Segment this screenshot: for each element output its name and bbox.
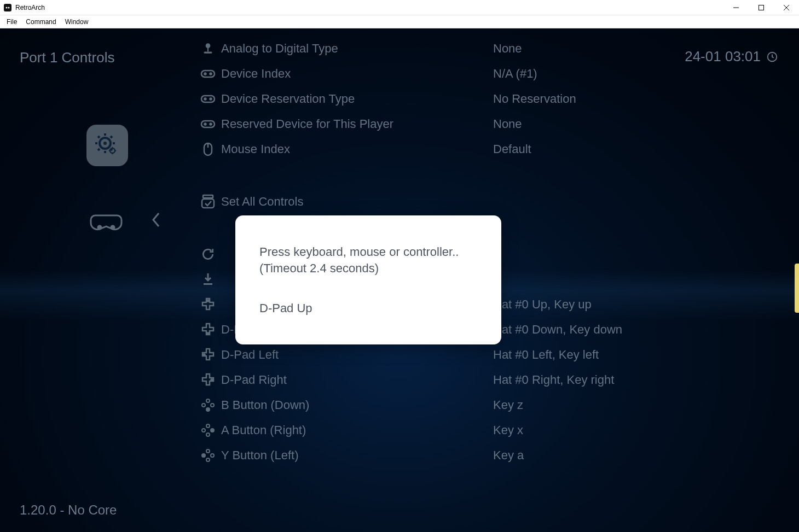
svg-point-36 xyxy=(210,124,212,125)
svg-rect-4 xyxy=(759,5,764,10)
svg-rect-40 xyxy=(202,199,214,208)
svg-line-16 xyxy=(98,149,100,150)
row-label: A Button (Right) xyxy=(221,423,306,437)
row-value: Hat #0 Down, Key down xyxy=(493,323,622,337)
row-value: None xyxy=(493,42,522,56)
svg-rect-34 xyxy=(201,121,215,127)
settings-tile-icon xyxy=(86,125,128,166)
dpad-right-icon xyxy=(195,373,221,387)
svg-point-50 xyxy=(206,424,210,428)
gamepad-icon xyxy=(195,93,221,104)
row-value: Hat #0 Left, Key left xyxy=(493,348,599,362)
row-device-reservation[interactable]: Device Reservation Type No Reservation xyxy=(195,86,788,112)
face-button-left-icon xyxy=(195,448,221,463)
window-maximize-button[interactable] xyxy=(749,0,774,15)
menu-command[interactable]: Command xyxy=(21,17,60,27)
svg-point-52 xyxy=(211,429,214,432)
row-label: Device Reservation Type xyxy=(221,92,355,106)
reload-icon xyxy=(195,247,221,261)
svg-point-57 xyxy=(206,458,210,461)
row-value: Default xyxy=(493,142,531,156)
svg-point-48 xyxy=(211,404,214,407)
joystick-icon xyxy=(195,42,221,56)
svg-line-14 xyxy=(98,136,100,138)
row-label: B Button (Down) xyxy=(221,398,309,412)
row-mouse-index[interactable]: Mouse Index Default xyxy=(195,137,788,162)
svg-point-44 xyxy=(204,354,205,356)
download-icon xyxy=(195,272,221,287)
row-value: Key z xyxy=(493,398,523,412)
window-close-button[interactable] xyxy=(774,0,799,15)
svg-point-54 xyxy=(206,449,210,453)
page-title: Port 1 Controls xyxy=(20,49,114,66)
svg-rect-26 xyxy=(207,47,209,52)
keyboard-save-icon xyxy=(195,194,221,209)
gamepad-icon xyxy=(195,68,221,79)
row-b-button[interactable]: B Button (Down) Key z xyxy=(195,393,788,418)
window-title: RetroArch xyxy=(15,4,45,11)
svg-point-29 xyxy=(205,73,206,75)
svg-point-9 xyxy=(103,142,107,145)
menu-window[interactable]: Window xyxy=(61,17,93,27)
row-set-all-controls[interactable]: Set All Controls xyxy=(195,189,788,214)
svg-rect-39 xyxy=(203,195,213,198)
row-value: Hat #0 Up, Key up xyxy=(493,297,592,312)
row-label: Device Index xyxy=(221,67,291,81)
svg-point-43 xyxy=(207,333,209,335)
row-device-index[interactable]: Device Index N/A (#1) xyxy=(195,61,788,86)
svg-rect-0 xyxy=(4,4,11,11)
dpad-down-icon xyxy=(195,323,221,337)
row-a-button[interactable]: A Button (Right) Key x xyxy=(195,418,788,443)
svg-point-47 xyxy=(202,404,205,407)
row-label: Y Button (Left) xyxy=(221,448,298,463)
row-value: N/A (#1) xyxy=(493,67,537,81)
svg-point-35 xyxy=(205,124,206,125)
svg-point-42 xyxy=(207,300,209,302)
row-label: D-Pad Left xyxy=(221,348,279,362)
row-value: Key x xyxy=(493,423,523,437)
face-button-right-icon xyxy=(195,423,221,437)
svg-point-2 xyxy=(8,7,10,8)
svg-rect-27 xyxy=(204,51,212,53)
svg-point-55 xyxy=(202,454,205,457)
svg-point-56 xyxy=(211,454,214,457)
row-label: Analog to Digital Type xyxy=(221,42,338,56)
dpad-left-icon xyxy=(195,348,221,362)
back-icon[interactable] xyxy=(151,212,161,227)
app-icon xyxy=(3,3,12,12)
row-label: Set All Controls xyxy=(221,195,303,209)
row-label: Mouse Index xyxy=(221,142,290,156)
svg-line-15 xyxy=(111,136,112,138)
svg-point-23 xyxy=(98,226,101,229)
svg-point-45 xyxy=(211,379,213,381)
input-bind-modal: Press keyboard, mouse or controller.. (T… xyxy=(235,215,501,344)
row-value: Key a xyxy=(493,448,524,463)
window-minimize-button[interactable] xyxy=(723,0,749,15)
svg-point-30 xyxy=(210,73,212,75)
row-label: D-Pad Right xyxy=(221,373,287,387)
menubar: File Command Window xyxy=(0,15,799,28)
svg-point-1 xyxy=(6,7,8,8)
row-label: Reserved Device for This Player xyxy=(221,117,393,131)
gamepad-icon xyxy=(195,119,221,130)
row-analog-digital[interactable]: Analog to Digital Type None xyxy=(195,36,788,61)
svg-rect-31 xyxy=(201,96,215,102)
row-value: None xyxy=(493,117,522,131)
svg-rect-41 xyxy=(204,283,212,285)
app-viewport: Port 1 Controls 24-01 03:01 1.20.0 - No … xyxy=(0,28,799,532)
row-y-button[interactable]: Y Button (Left) Key a xyxy=(195,443,788,468)
window-titlebar: RetroArch xyxy=(0,0,799,15)
svg-point-24 xyxy=(111,226,114,229)
svg-point-53 xyxy=(206,433,210,436)
mouse-icon xyxy=(195,142,221,156)
svg-rect-28 xyxy=(201,71,215,77)
row-dpad-left[interactable]: D-Pad Left Hat #0 Left, Key left xyxy=(195,342,788,367)
row-reserved-device[interactable]: Reserved Device for This Player None xyxy=(195,112,788,137)
svg-point-51 xyxy=(202,429,205,432)
svg-point-49 xyxy=(206,408,210,411)
row-dpad-right[interactable]: D-Pad Right Hat #0 Right, Key right xyxy=(195,367,788,393)
modal-line-1: Press keyboard, mouse or controller.. xyxy=(259,244,477,260)
menu-file[interactable]: File xyxy=(2,17,21,27)
scroll-indicator xyxy=(795,264,799,313)
svg-point-18 xyxy=(110,148,115,153)
